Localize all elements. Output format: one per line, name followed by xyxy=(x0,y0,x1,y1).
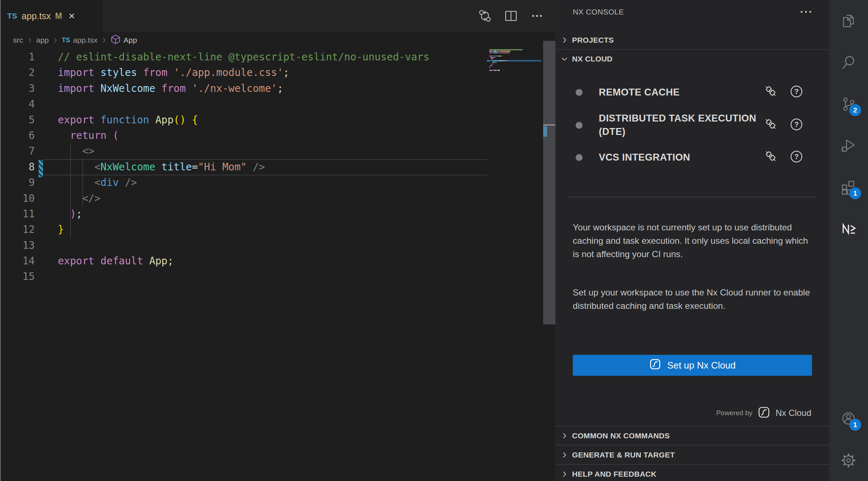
nx-cloud-feature-item: VCS INTEGRATION ? xyxy=(555,147,829,168)
editor-scrollbar[interactable] xyxy=(543,32,555,481)
line-number: 4 xyxy=(0,96,35,112)
code-line-5[interactable]: export function App() { xyxy=(58,112,429,128)
help-question-icon[interactable]: ? xyxy=(788,84,804,101)
close-icon[interactable]: × xyxy=(69,10,75,21)
line-number: 6 xyxy=(0,128,35,143)
source-control-icon[interactable]: 2 xyxy=(840,96,857,112)
connect-plug-icon[interactable] xyxy=(763,149,779,166)
chevron-right-icon xyxy=(561,433,568,439)
breadcrumb-file[interactable]: TS app.tsx xyxy=(62,36,98,44)
nx-console-sidebar: NX CONSOLE ··· PROJECTS NX CLOUD REMOTE … xyxy=(555,0,829,481)
collapsed-section-row[interactable]: COMMON NX COMMANDS xyxy=(555,426,829,445)
nx-cloud-icon xyxy=(757,406,770,420)
line-number: 2 xyxy=(0,65,35,80)
editor-region: TS app.tsx M × xyxy=(0,0,555,481)
account-icon[interactable]: 1 xyxy=(840,410,857,427)
overview-ruler-modified-marker xyxy=(543,126,547,137)
activity-bar: 2 1 1 xyxy=(829,0,868,481)
code-line-2[interactable]: import styles from './app.module.css'; xyxy=(58,65,429,80)
collapsed-section-row[interactable]: HELP AND FEEDBACK xyxy=(555,464,829,481)
line-number: 1 xyxy=(0,49,35,65)
more-actions-icon[interactable] xyxy=(530,9,544,23)
code-line-9[interactable]: <div /> xyxy=(58,175,429,190)
line-number: 12 xyxy=(0,222,35,237)
chevron-right-icon xyxy=(52,37,58,43)
code-line-10[interactable]: </> xyxy=(58,191,429,206)
powered-by: Powered by Nx Cloud xyxy=(716,406,811,420)
account-badge: 1 xyxy=(849,419,861,431)
feature-label: REMOTE CACHE xyxy=(599,86,761,99)
explorer-icon[interactable] xyxy=(840,13,857,29)
code-line-15[interactable] xyxy=(58,269,429,284)
scrollbar-slider[interactable] xyxy=(543,41,555,324)
code-line-3[interactable]: import NxWelcome from './nx-welcome'; xyxy=(58,81,429,96)
extensions-icon[interactable]: 1 xyxy=(840,179,857,196)
line-number-gutter: 123456789101112131415 xyxy=(0,49,35,285)
divider xyxy=(567,197,817,197)
vscode-window: TS app.tsx M × xyxy=(0,0,868,481)
code-line-13[interactable] xyxy=(58,238,429,253)
setup-nx-cloud-button[interactable]: Set up Nx Cloud xyxy=(573,355,812,376)
connect-plug-icon[interactable] xyxy=(763,116,779,134)
chevron-right-icon xyxy=(561,37,568,43)
section-label: NX CLOUD xyxy=(572,55,613,63)
modified-badge: M xyxy=(55,11,62,21)
help-question-icon[interactable]: ? xyxy=(788,116,804,134)
setup-button-label: Set up Nx Cloud xyxy=(667,360,735,371)
open-changes-icon[interactable] xyxy=(478,9,492,23)
section-label: COMMON NX COMMANDS xyxy=(572,431,670,440)
status-dot-icon xyxy=(576,89,583,96)
split-editor-icon[interactable] xyxy=(504,9,518,23)
help-question-icon[interactable]: ? xyxy=(788,149,804,166)
settings-gear-icon[interactable] xyxy=(840,452,857,469)
tab-label: app.tsx xyxy=(22,11,51,21)
minimap-line xyxy=(489,71,541,73)
run-debug-icon[interactable] xyxy=(840,137,857,154)
line-number: 13 xyxy=(0,238,35,253)
line-number: 5 xyxy=(0,112,35,128)
setup-hint-text: Set up your workspace to use the Nx Clou… xyxy=(573,286,816,312)
more-actions-icon[interactable]: ··· xyxy=(800,10,813,14)
tab-app-tsx[interactable]: TS app.tsx M × xyxy=(1,0,103,32)
tab-bar: TS app.tsx M × xyxy=(0,0,555,32)
breadcrumb-src[interactable]: src xyxy=(13,36,23,44)
status-dot-icon xyxy=(576,154,583,161)
editor-toolbar xyxy=(478,0,544,32)
line-number: 15 xyxy=(0,269,35,284)
code-line-7[interactable]: <> xyxy=(58,143,429,159)
status-dot-icon xyxy=(576,122,583,129)
line-number: 8 xyxy=(0,159,35,175)
collapsed-section-row[interactable]: GENERATE & RUN TARGET xyxy=(555,445,829,464)
section-projects[interactable]: PROJECTS xyxy=(555,31,829,49)
breadcrumb-symbol-app[interactable]: App xyxy=(111,34,137,46)
section-nx-cloud[interactable]: NX CLOUD xyxy=(555,50,829,68)
chevron-right-icon xyxy=(561,452,568,458)
code-line-8[interactable]: <NxWelcome title="Hi Mom" /> xyxy=(58,159,429,175)
code-line-12[interactable]: } xyxy=(58,222,429,237)
line-number: 9 xyxy=(0,175,35,190)
chevron-down-icon xyxy=(561,56,568,62)
typescript-file-icon: TS xyxy=(7,12,17,20)
nx-cloud-feature-item: REMOTE CACHE ? xyxy=(555,82,829,103)
code-editor[interactable]: 123456789101112131415 // eslint-disable-… xyxy=(0,48,555,481)
sidebar-title: NX CONSOLE xyxy=(573,8,800,16)
connect-plug-icon[interactable] xyxy=(763,84,779,101)
minimap[interactable] xyxy=(487,32,542,481)
breadcrumb-app[interactable]: app xyxy=(36,36,49,44)
chevron-right-icon xyxy=(27,37,33,43)
section-label: PROJECTS xyxy=(572,36,614,44)
code-line-4[interactable] xyxy=(58,96,429,112)
typescript-file-icon: TS xyxy=(62,37,70,44)
search-icon[interactable] xyxy=(840,54,857,71)
code-line-14[interactable]: export default App; xyxy=(58,253,429,269)
code-line-1[interactable]: // eslint-disable-next-line @typescript-… xyxy=(58,49,429,65)
nx-console-icon[interactable] xyxy=(840,221,857,237)
line-number: 14 xyxy=(0,253,35,269)
code-line-6[interactable]: return ( xyxy=(58,128,429,143)
code-line-11[interactable]: ); xyxy=(58,206,429,222)
powered-by-label: Powered by xyxy=(716,409,752,417)
chevron-right-icon xyxy=(561,471,568,477)
chevron-right-icon xyxy=(101,37,107,43)
svg-text:?: ? xyxy=(794,153,799,161)
sidebar-header: NX CONSOLE ··· xyxy=(555,0,829,24)
